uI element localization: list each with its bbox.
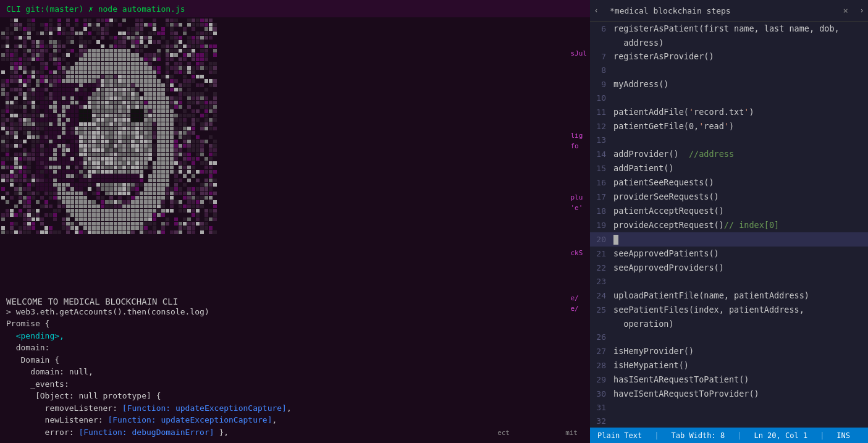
terminal-side-labels: sJul lig fo plu 'e' ckS e/ e/ — [571, 49, 588, 313]
line-number: 7 — [590, 50, 613, 64]
line-text: patientSeeRequests() — [613, 175, 714, 189]
code-line: 19provideAcceptRequest()// index[0] — [590, 218, 868, 232]
editor-active-tab[interactable]: *medical blockchain steps × — [602, 0, 856, 21]
editor-panel: ‹ *medical blockchain steps × › 6registe… — [590, 0, 868, 443]
line-text: addPatient() — [613, 161, 674, 175]
line-text: addProvider() //address — [613, 147, 734, 161]
line-text: seePatientFiles(index, patientAddress, — [613, 303, 804, 316]
line-text — [613, 232, 618, 246]
line-text: patientAddFile('record.txt') — [613, 105, 754, 119]
term-ect: ect — [497, 428, 510, 439]
ascii-art — [0, 17, 222, 295]
line-text: isHeMypatient() — [613, 358, 689, 372]
tab-close-button[interactable]: × — [843, 6, 848, 15]
code-line: 6registerAsPatient(first name, last name… — [590, 22, 868, 36]
status-position: Ln 20, Col 1 — [754, 431, 807, 440]
code-line: 15addPatient() — [590, 161, 868, 175]
term-new-listener: newListener: [Function: updateExceptionC… — [6, 414, 584, 426]
line-number: 13 — [590, 133, 613, 147]
term-promise: Promise { — [6, 318, 584, 330]
code-line: 13 — [590, 133, 868, 147]
status-language[interactable]: Plain Text — [597, 431, 642, 440]
line-text: address) — [613, 36, 664, 49]
line-number: 24 — [590, 289, 613, 303]
line-number: 28 — [590, 359, 613, 373]
term-domain-null: domain: null, — [6, 366, 584, 378]
status-tab-width[interactable]: Tab Width: 8 — [671, 431, 725, 440]
line-text: registerAsPatient(first name, last name,… — [613, 22, 840, 35]
line-number: 6 — [590, 22, 613, 36]
line-number: 21 — [590, 247, 613, 261]
code-line: 30haveISentARequestToProvider() — [590, 387, 868, 401]
line-text: hasISentARequestToPatient() — [613, 373, 749, 386]
tab-left-arrow[interactable]: ‹ — [590, 0, 602, 21]
line-number: 14 — [590, 148, 613, 161]
code-line: 28isHeMypatient() — [590, 358, 868, 373]
term-domain-class: Domain { — [6, 354, 584, 366]
line-number: 17 — [590, 190, 613, 204]
line-text: registerAsProvider() — [613, 49, 714, 63]
code-line: 23 — [590, 275, 868, 289]
code-line: 8 — [590, 64, 868, 77]
terminal-lines: > web3.eth.getAccounts().then(console.lo… — [0, 301, 590, 444]
code-line: 24uploadPatientFile(name, patientAddress… — [590, 289, 868, 303]
tab-title: *medical blockchain steps — [610, 6, 731, 15]
code-line: 26 — [590, 331, 868, 344]
terminal-topbar: CLI git:(master) ✗ node automation.js — [0, 0, 590, 17]
side-label-6: ckS — [571, 249, 588, 257]
cursor — [613, 235, 618, 245]
line-number: 11 — [590, 106, 613, 119]
code-line: 7registerAsProvider() — [590, 49, 868, 64]
code-line: 16patientSeeRequests() — [590, 175, 868, 190]
code-line: 17providerSeeRequests() — [590, 190, 868, 204]
line-number: 9 — [590, 78, 613, 91]
line-text: patientAcceptRequest() — [613, 204, 724, 217]
side-label-3: fo — [571, 142, 588, 150]
code-line: operation) — [590, 317, 868, 331]
tab-right-arrow[interactable]: › — [856, 0, 868, 21]
line-text: myAddress() — [613, 77, 668, 91]
term-mit: mit — [565, 428, 578, 439]
line-number: 29 — [590, 373, 613, 387]
editor-code-area[interactable]: 6registerAsPatient(first name, last name… — [590, 22, 868, 428]
code-line: 9myAddress() — [590, 77, 868, 91]
code-line: address) — [590, 36, 868, 49]
term-prompt: > web3.eth.getAccounts().then(console.lo… — [6, 306, 584, 318]
term-obj: [Object: null prototype] { — [6, 390, 584, 402]
line-number: 15 — [590, 162, 613, 175]
line-number: 8 — [590, 64, 613, 77]
terminal-title: CLI git:(master) ✗ node automation.js — [6, 4, 185, 14]
side-label-2: lig — [571, 132, 588, 140]
line-number: 26 — [590, 331, 613, 344]
term-pending: <pending>, — [6, 330, 584, 342]
line-text: seeApprovedProviders() — [613, 261, 724, 274]
line-number: 16 — [590, 176, 613, 190]
terminal-output-area: WELCOME TO MEDICAL BLOCKCHAIN CLI > web3… — [0, 433, 590, 443]
line-text: providerSeeRequests() — [613, 190, 719, 203]
line-text: isHemyProvider() — [613, 344, 694, 358]
code-line: 27isHemyProvider() — [590, 344, 868, 358]
line-number: 23 — [590, 275, 613, 289]
term-remove: removeListener: [Function: updateExcepti… — [6, 402, 584, 415]
code-line: 20 — [590, 232, 868, 247]
code-line: 14addProvider() //address — [590, 147, 868, 161]
line-number: 31 — [590, 401, 613, 415]
code-line: 18patientAcceptRequest() — [590, 204, 868, 218]
code-line: 32 — [590, 415, 868, 428]
terminal-panel: CLI git:(master) ✗ node automation.js sJ… — [0, 0, 590, 443]
line-number: 19 — [590, 219, 613, 232]
code-line: 31 — [590, 401, 868, 415]
line-number: 22 — [590, 261, 613, 275]
code-line: 21seeApprovedPatients() — [590, 247, 868, 261]
line-text: haveISentARequestToProvider() — [613, 387, 759, 400]
line-number: 32 — [590, 415, 613, 428]
line-text: uploadPatientFile(name, patientAddress) — [613, 289, 809, 302]
editor-statusbar: Plain Text | Tab Width: 8 | Ln 20, Col 1… — [590, 428, 868, 443]
side-label-1: sJul — [571, 49, 588, 57]
line-number: 27 — [590, 345, 613, 358]
line-number: 18 — [590, 205, 613, 218]
code-line: 12patientGetFile(0,'read') — [590, 119, 868, 133]
code-line: 29hasISentARequestToPatient() — [590, 373, 868, 387]
code-line: 10 — [590, 91, 868, 105]
side-label-4: plu — [571, 193, 588, 201]
